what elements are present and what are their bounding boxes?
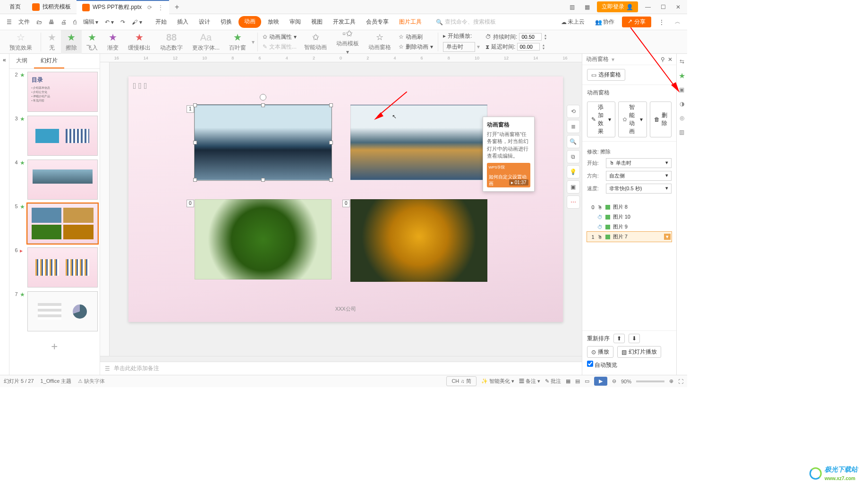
ri-book-icon[interactable]: ▥ bbox=[677, 127, 687, 137]
tab-devtools[interactable]: 开发工具 bbox=[329, 16, 359, 28]
anim-order-badge-0a[interactable]: 0 bbox=[187, 200, 194, 207]
tab-start[interactable]: 开始 bbox=[152, 16, 170, 28]
direction-select[interactable]: 自左侧▾ bbox=[606, 171, 672, 181]
play-button[interactable]: ⊙播放 bbox=[587, 346, 613, 358]
resize-handle-ne[interactable] bbox=[329, 103, 333, 107]
delete-anim-button[interactable]: ☆删除动画 ▾ bbox=[399, 43, 433, 51]
anim-brush-button[interactable]: ☆动画刷 bbox=[399, 33, 433, 41]
float-layers-icon[interactable]: ≣ bbox=[567, 120, 580, 133]
notes-bar[interactable]: ☰单击此处添加备注 bbox=[100, 362, 582, 375]
format-painter-icon[interactable]: 🖌 ▾ bbox=[129, 17, 145, 27]
float-ai-icon[interactable]: ▣ bbox=[567, 180, 580, 194]
picture-10[interactable]: 0 bbox=[350, 199, 487, 282]
collapse-ribbon-icon[interactable]: ︿ bbox=[672, 17, 683, 27]
comment-button[interactable]: ✎ 批注 bbox=[545, 378, 561, 385]
hamburger-icon[interactable]: ☰ bbox=[4, 17, 15, 27]
notes-button[interactable]: ☰ 备注 ▾ bbox=[519, 378, 540, 385]
preset-font[interactable]: Aa更改字体... bbox=[187, 30, 224, 54]
close-icon[interactable]: ✕ bbox=[673, 4, 683, 10]
tab-picture-tools[interactable]: 图片工具 bbox=[395, 16, 425, 28]
tab-add[interactable]: + bbox=[169, 0, 180, 14]
outline-tab[interactable]: 大纲 bbox=[9, 54, 34, 68]
apps-icon[interactable]: ▦ bbox=[582, 4, 592, 10]
slide-canvas[interactable]: 𓅮 𓅮 𓅮 1 0 0 bbox=[128, 76, 563, 322]
more-icon[interactable]: ⋮ bbox=[656, 17, 667, 27]
float-replace-icon[interactable]: ⟲ bbox=[567, 105, 580, 118]
ri-theme-icon[interactable]: ◑ bbox=[677, 99, 687, 109]
undo-icon[interactable]: ↶ ▾ bbox=[102, 17, 117, 27]
preset-wipe[interactable]: ★擦除 bbox=[61, 30, 82, 54]
anim-properties-button[interactable]: ✩动画属性 ▾ bbox=[263, 33, 297, 41]
picture-8[interactable] bbox=[350, 105, 487, 180]
qat-open-icon[interactable]: 🗁 bbox=[34, 17, 45, 27]
tab-member[interactable]: 会员专享 bbox=[362, 16, 392, 28]
resize-handle-nw[interactable] bbox=[193, 103, 197, 107]
tab-animation[interactable]: 动画 bbox=[238, 16, 261, 28]
preset-slowout[interactable]: ★缓慢移出 bbox=[123, 30, 155, 54]
start-select[interactable]: 🖱 单击时▾ bbox=[606, 158, 672, 168]
thumb-4[interactable] bbox=[27, 160, 98, 200]
tab-search-template[interactable]: 找稻壳模板 bbox=[26, 0, 77, 14]
thumbnails-list[interactable]: 2★目录• 介绍基本信息• 介绍公文化• 详细介绍产品• 常见问答 3★ 4★ … bbox=[9, 69, 100, 375]
select-pane-button[interactable]: ▭选择窗格 bbox=[587, 69, 625, 81]
ime-indicator[interactable]: CH ♫ 简 bbox=[446, 376, 476, 386]
slides-tab[interactable]: 幻灯片 bbox=[34, 54, 64, 68]
beautify-button[interactable]: ✨ 智能美化 ▾ bbox=[481, 378, 514, 385]
tab-review[interactable]: 审阅 bbox=[286, 16, 305, 28]
delay-spinner[interactable]: ▲▼ bbox=[542, 43, 545, 50]
preset-number[interactable]: 88动态数字 bbox=[155, 30, 187, 54]
picture-9[interactable]: 0 bbox=[195, 199, 332, 279]
resize-handle-e[interactable] bbox=[329, 141, 333, 144]
share-button[interactable]: ↗分享 bbox=[622, 17, 651, 27]
anim-pane-button[interactable]: ☆动画窗格 bbox=[364, 30, 396, 54]
file-menu[interactable]: 文件 bbox=[16, 17, 33, 27]
thumb-7[interactable] bbox=[27, 291, 98, 331]
move-down-button[interactable]: ⬇ bbox=[629, 334, 640, 343]
ri-security-icon[interactable]: ◎ bbox=[677, 113, 687, 123]
qat-print-icon[interactable]: 🖨 bbox=[58, 17, 69, 27]
tab-refresh-icon[interactable]: ⟳ bbox=[147, 4, 152, 11]
animation-list[interactable]: 0🖱图片 8 ⏱图片 10 ⏱图片 9 1🖱图片 7▾ bbox=[582, 200, 676, 330]
anim-item-2[interactable]: ⏱图片 9 bbox=[587, 222, 672, 232]
view-normal-icon[interactable]: ▦ bbox=[566, 378, 570, 384]
thumb-2[interactable]: 目录• 介绍基本信息• 介绍公文化• 详细介绍产品• 常见问答 bbox=[27, 72, 98, 112]
add-effect-button[interactable]: ✎添加效果 ▾ bbox=[587, 101, 616, 137]
picture-7[interactable]: 1 bbox=[195, 105, 332, 180]
tab-design[interactable]: 设计 bbox=[195, 16, 214, 28]
minimize-icon[interactable]: — bbox=[643, 4, 653, 10]
preset-none[interactable]: ★无 bbox=[43, 30, 61, 54]
thumb-3[interactable] bbox=[27, 116, 98, 156]
qat-preview-icon[interactable]: ⎙ bbox=[70, 17, 79, 27]
preset-blinds[interactable]: ★百叶窗 bbox=[224, 30, 251, 54]
redo-icon[interactable]: ↷ bbox=[118, 17, 128, 27]
anim-item-1[interactable]: ⏱图片 10 bbox=[587, 212, 672, 222]
fit-icon[interactable]: ⛶ bbox=[678, 379, 683, 384]
tab-insert[interactable]: 插入 bbox=[173, 16, 192, 28]
view-reading-icon[interactable]: ▭ bbox=[585, 378, 589, 384]
resize-handle-sw[interactable] bbox=[193, 178, 197, 182]
start-trigger-select[interactable]: 单击时 bbox=[443, 42, 475, 52]
move-up-button[interactable]: ⬆ bbox=[613, 334, 625, 343]
speed-select[interactable]: 非常快(0.5 秒)▾ bbox=[606, 184, 672, 194]
scrollbar-horizontal[interactable] bbox=[100, 356, 582, 362]
duration-input[interactable] bbox=[519, 33, 542, 41]
anim-item-0[interactable]: 0🖱图片 8 bbox=[587, 202, 672, 212]
cloud-status[interactable]: ☁未上云 bbox=[558, 17, 587, 27]
smart-anim-button[interactable]: ✩智能动画 bbox=[299, 30, 332, 54]
slideshow-play-button[interactable]: ▧幻灯片播放 bbox=[617, 346, 661, 358]
tab-close-icon[interactable]: ⋮ bbox=[158, 4, 163, 11]
tooltip-video[interactable]: WPS学院 如何自定义设置动画 ▸ 01:37 bbox=[487, 163, 530, 187]
text-properties-button[interactable]: ✎文本属性... bbox=[263, 43, 297, 51]
preset-fade[interactable]: ★渐变 bbox=[102, 30, 123, 54]
float-crop-icon[interactable]: ⧉ bbox=[567, 150, 580, 163]
float-zoom-icon[interactable]: 🔍 bbox=[567, 135, 580, 148]
layout-icon[interactable]: ▥ bbox=[567, 4, 577, 10]
anim-template-button[interactable]: ▫✩动画模板 ▾ bbox=[332, 30, 364, 54]
zoom-out-icon[interactable]: ⊖ bbox=[612, 378, 616, 384]
slideshow-button[interactable]: ▶ bbox=[594, 377, 607, 386]
view-sorter-icon[interactable]: ▤ bbox=[575, 378, 580, 384]
tab-home[interactable]: 首页 bbox=[4, 0, 26, 14]
rotate-handle[interactable] bbox=[260, 94, 266, 101]
thumb-5[interactable] bbox=[27, 203, 98, 244]
collab-button[interactable]: 👥协作 bbox=[592, 17, 617, 27]
